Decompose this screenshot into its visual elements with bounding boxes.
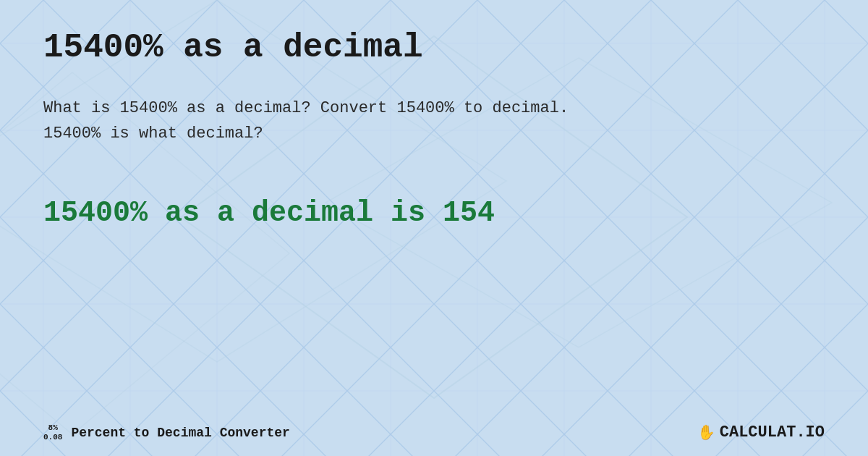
description-line2: 15400% is what decimal? — [43, 124, 263, 143]
logo-icon: ✋ — [697, 423, 715, 442]
footer: 8% 0.08 Percent to Decimal Converter ✋ C… — [43, 423, 825, 442]
page-title: 15400% as a decimal — [43, 29, 825, 67]
footer-left: 8% 0.08 Percent to Decimal Converter — [43, 423, 290, 441]
percent-top: 8% — [48, 423, 58, 432]
percent-bottom: 0.08 — [43, 433, 62, 442]
logo: ✋ CALCULAT.IO — [697, 423, 825, 442]
footer-label: Percent to Decimal Converter — [71, 426, 289, 440]
description-line1: What is 15400% as a decimal? Convert 154… — [43, 99, 569, 117]
result-text: 15400% as a decimal is 154 — [43, 197, 825, 229]
logo-text: CALCULAT.IO — [720, 423, 825, 442]
percent-icon: 8% 0.08 — [43, 423, 62, 441]
result-section: 15400% as a decimal is 154 — [43, 197, 825, 229]
description-text: What is 15400% as a decimal? Convert 154… — [43, 96, 694, 146]
